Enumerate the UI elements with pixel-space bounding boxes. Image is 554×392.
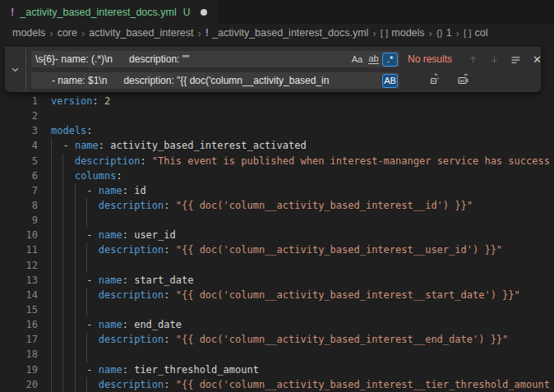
replace-input-value: - name: $1\n description: "{{ doc('colum… bbox=[31, 72, 381, 89]
svg-text:ac: ac bbox=[459, 78, 464, 83]
breadcrumb-separator-icon: › bbox=[45, 27, 57, 39]
svg-text:ᶠᵇ: ᶠᵇ bbox=[435, 72, 438, 78]
editor[interactable]: 1version: 223models:4 - name: activity_b… bbox=[0, 42, 554, 392]
indent-guide bbox=[86, 332, 87, 347]
tab-activity-based-interest-docs[interactable]: ! _activity_based_interest_docs.yml U bbox=[0, 0, 218, 24]
regex-button[interactable]: .* bbox=[382, 53, 398, 67]
code-text[interactable]: description: "{{ doc('column__activity_b… bbox=[38, 332, 554, 347]
next-match-button[interactable] bbox=[486, 51, 503, 67]
replace-button[interactable]: ᶠᵇ c bbox=[427, 72, 445, 89]
indent-guide bbox=[51, 198, 52, 213]
toggle-replace-button[interactable] bbox=[5, 47, 26, 92]
code-line: 20 description: "{{ doc('column__activit… bbox=[0, 377, 554, 392]
code-text[interactable]: columns: bbox=[38, 168, 554, 183]
indent-guide bbox=[86, 198, 87, 213]
line-number: 16 bbox=[0, 317, 38, 332]
indent-guide bbox=[86, 242, 87, 257]
preserve-case-button[interactable]: AB bbox=[382, 74, 398, 88]
tab-bar: ! _activity_based_interest_docs.yml U bbox=[0, 0, 554, 24]
indent-guide bbox=[75, 273, 76, 288]
breadcrumb-item-models[interactable]: models bbox=[12, 27, 45, 39]
code-text[interactable]: - name: id bbox=[38, 183, 554, 198]
code-text[interactable]: - name: tier_threshold_amount bbox=[38, 362, 554, 377]
breadcrumb-label: models bbox=[391, 27, 424, 39]
code-line: 16 - name: end_date bbox=[0, 317, 554, 332]
code-line: 11 description: "{{ doc('column__activit… bbox=[0, 242, 554, 257]
code-text[interactable] bbox=[38, 108, 554, 123]
code-text[interactable] bbox=[38, 258, 554, 273]
indent-guide bbox=[75, 332, 76, 347]
code-text[interactable]: description: "{{ doc('column__activity_b… bbox=[38, 198, 554, 213]
indent-guide bbox=[62, 154, 63, 168]
breadcrumb-label: _activity_based_interest_docs.yml bbox=[212, 27, 368, 39]
code-text[interactable]: - name: end_date bbox=[38, 317, 554, 332]
line-number: 11 bbox=[0, 242, 38, 257]
indent-guide bbox=[62, 228, 63, 242]
unsaved-changes-dot-icon[interactable] bbox=[201, 9, 207, 16]
line-number: 6 bbox=[0, 168, 38, 183]
find-in-selection-button[interactable] bbox=[507, 51, 524, 67]
breadcrumb-item-core[interactable]: core bbox=[58, 27, 77, 39]
breadcrumb-label: core bbox=[58, 27, 77, 39]
breadcrumb-separator-icon: › bbox=[368, 27, 380, 39]
close-find-widget-button[interactable]: ✕ bbox=[529, 51, 546, 67]
line-number: 7 bbox=[0, 183, 38, 198]
indent-guide bbox=[62, 362, 63, 377]
code-text[interactable]: description: "{{ doc('column__activity_b… bbox=[38, 288, 554, 302]
code-line: 1version: 2 bbox=[0, 94, 554, 108]
breadcrumb-label: col bbox=[475, 27, 488, 39]
code-text[interactable]: - name: activity_based_interest_activate… bbox=[38, 138, 554, 153]
code-line: 6 columns: bbox=[0, 168, 554, 183]
code-line: 19 - name: tier_threshold_amount bbox=[0, 362, 554, 377]
indent-guide bbox=[75, 198, 76, 213]
indent-guide bbox=[75, 288, 76, 302]
code-text[interactable] bbox=[38, 347, 554, 362]
code-text[interactable]: - name: user_id bbox=[38, 228, 554, 242]
indent-guide bbox=[75, 228, 76, 242]
indent-guide bbox=[51, 242, 52, 257]
breadcrumb-item--activity-based-interest-docs-yml[interactable]: !_activity_based_interest_docs.yml bbox=[205, 27, 369, 39]
indent-guide bbox=[51, 362, 52, 377]
indent-guide bbox=[62, 213, 63, 228]
indent-guide bbox=[62, 258, 63, 273]
code-line: 17 description: "{{ doc('column__activit… bbox=[0, 332, 554, 347]
indent-guide bbox=[75, 183, 76, 198]
match-case-button[interactable]: Aa bbox=[349, 53, 365, 67]
code-text[interactable]: description: "{{ doc('column__activity_b… bbox=[38, 377, 554, 392]
breadcrumb-item-models[interactable]: [ ]models bbox=[381, 27, 425, 39]
indent-guide bbox=[86, 347, 87, 362]
indent-guide bbox=[75, 213, 76, 228]
breadcrumb-separator-icon: › bbox=[425, 27, 436, 39]
indent-guide bbox=[86, 377, 87, 392]
replace-input[interactable]: - name: $1\n description: "{{ doc('colum… bbox=[31, 72, 399, 89]
replace-all-button[interactable]: ᵃᵇ ac bbox=[455, 72, 473, 89]
code-line: 18 bbox=[0, 347, 554, 362]
indent-guide bbox=[75, 377, 76, 392]
code-line: 15 bbox=[0, 302, 554, 317]
code-text[interactable]: models: bbox=[38, 123, 554, 138]
breadcrumb-item-activity-based-interest[interactable]: activity_based_interest bbox=[89, 27, 193, 39]
breadcrumb-item-1[interactable]: {}1 bbox=[436, 27, 452, 39]
indent-guide bbox=[51, 302, 52, 317]
git-untracked-badge: U bbox=[183, 7, 191, 18]
line-number: 10 bbox=[0, 228, 38, 242]
indent-guide bbox=[51, 154, 52, 168]
code-text[interactable]: - name: start_date bbox=[38, 273, 554, 288]
indent-guide bbox=[62, 347, 63, 362]
code-text[interactable] bbox=[38, 213, 554, 228]
indent-guide bbox=[62, 273, 63, 288]
indent-guide bbox=[62, 377, 63, 392]
find-input[interactable]: \s{6}- name: (.*)\n description: "" Aa a… bbox=[31, 51, 399, 67]
line-number: 4 bbox=[0, 138, 38, 153]
code-text[interactable]: description: "{{ doc('column__activity_b… bbox=[38, 242, 554, 257]
indent-guide bbox=[62, 242, 63, 257]
code-text[interactable]: version: 2 bbox=[38, 94, 554, 108]
whole-word-button[interactable]: ab bbox=[366, 53, 381, 67]
code-text[interactable]: description: "This event is published wh… bbox=[38, 154, 554, 168]
indent-guide bbox=[51, 377, 52, 392]
breadcrumb-item-col[interactable]: [ ]col bbox=[464, 27, 488, 39]
previous-match-button[interactable] bbox=[464, 51, 482, 67]
breadcrumb: models›core›activity_based_interest›!_ac… bbox=[0, 24, 554, 42]
code-text[interactable] bbox=[38, 302, 554, 317]
indent-guide bbox=[75, 258, 76, 273]
